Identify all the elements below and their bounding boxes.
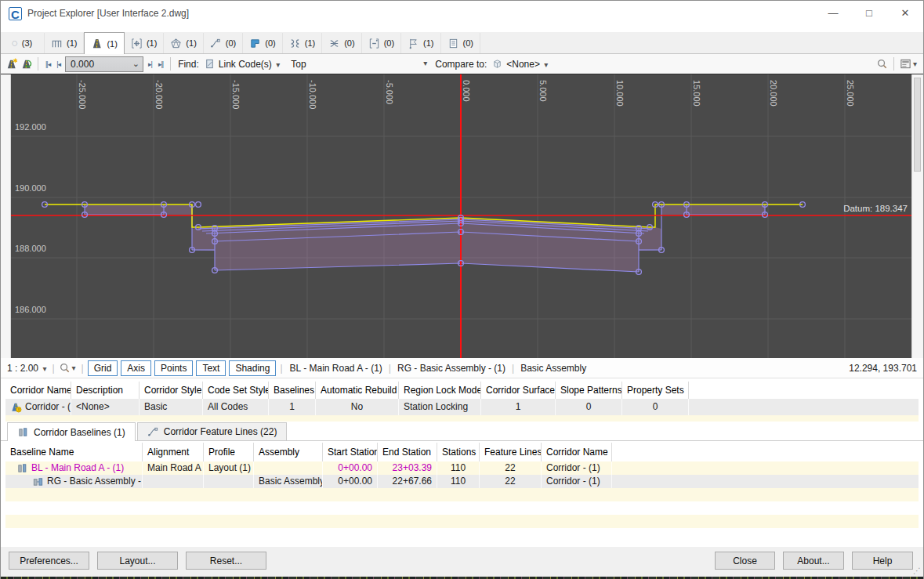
station-combobox[interactable]: 0.000 ⌄ — [65, 56, 143, 72]
svg-text:-15.000: -15.000 — [231, 80, 241, 109]
sample-line-icon — [408, 37, 419, 49]
tab-target[interactable]: (1) — [125, 33, 164, 53]
view-toolbar: ✱ ||◂ |◂ 0.000 ⌄ ▸| ▸|| Find: Link Code(… — [1, 54, 923, 74]
baseline-cell: Corridor - (1) — [542, 475, 612, 488]
column-header[interactable]: Property Sets — [622, 382, 689, 399]
toggle-shading[interactable]: Shading — [229, 360, 276, 376]
baseline-row[interactable]: RG - Basic Assembly - (1)Basic Assembly0… — [5, 475, 919, 488]
breadcrumb-item[interactable]: Basic Assembly — [517, 363, 589, 374]
tab-count: (0) — [344, 38, 354, 48]
link-code-dropdown[interactable]: Link Code(s) ▾ — [219, 59, 281, 70]
column-header[interactable]: Start Station — [323, 443, 378, 461]
magnifier-icon — [59, 362, 71, 374]
compare-to-dropdown[interactable]: <None> ▾ — [506, 59, 549, 70]
toggle-grid[interactable]: Grid — [88, 360, 118, 376]
app-icon: C — [9, 7, 22, 20]
minimize-button[interactable]: — — [815, 1, 851, 26]
column-header[interactable]: Slope Patterns — [556, 382, 622, 399]
column-header[interactable]: Region Lock Mode — [399, 382, 481, 399]
new-view-icon[interactable]: ✱ — [5, 58, 17, 70]
svg-text:✱: ✱ — [13, 58, 17, 64]
column-header[interactable]: Corridor Name — [542, 443, 612, 461]
next-station-button[interactable]: ▸| — [147, 60, 154, 68]
target-icon — [131, 37, 143, 49]
tab-report[interactable]: (0) — [441, 33, 480, 53]
toggle-points[interactable]: Points — [154, 360, 193, 376]
breadcrumb-item[interactable]: RG - Basic Assembly - (1) — [394, 363, 509, 374]
toggle-text[interactable]: Text — [196, 360, 226, 376]
column-header[interactable]: Description — [71, 382, 140, 399]
feature-line-icon — [210, 37, 222, 49]
chevron-down-icon: ▾ — [71, 364, 78, 372]
column-header[interactable]: Stations — [437, 443, 480, 461]
zoom-dropdown[interactable]: ▾ — [59, 362, 78, 374]
corridor-table-row[interactable]: !Corridor - (1)<None>BasicAll Codes1NoSt… — [5, 399, 919, 415]
chevron-down-icon: ▾ — [911, 60, 919, 68]
about-button[interactable]: About... — [783, 552, 844, 570]
column-header[interactable]: Corridor Name — [5, 382, 71, 399]
view-options-dropdown[interactable]: ▾ — [900, 58, 919, 70]
tab-corridor[interactable]: (1) — [84, 32, 124, 54]
maximize-button[interactable]: □ — [851, 1, 887, 26]
column-header[interactable]: Profile — [204, 443, 254, 461]
tab-corridor-baselines-1-[interactable]: Corridor Baselines (1) — [7, 422, 136, 441]
pressure-network-icon — [328, 37, 340, 49]
help-button[interactable]: Help — [852, 552, 913, 570]
column-header[interactable]: Automatic Rebuild — [316, 382, 399, 399]
breadcrumb-item[interactable]: BL - Main Road A - (1) — [287, 363, 386, 374]
corridor-cell: No — [316, 399, 399, 415]
chevron-down-icon: ⌄ — [132, 59, 140, 69]
code-filter-combobox[interactable]: Top ▾ — [284, 56, 430, 72]
cursor-coordinates: 12.294, 193.701 — [849, 363, 917, 374]
search-icon[interactable] — [876, 58, 888, 70]
reset-button[interactable]: Reset... — [186, 552, 266, 570]
resize-grip[interactable]: ⋰ — [913, 566, 921, 575]
viewport-scrollbar[interactable] — [911, 74, 923, 358]
baseline-icon — [16, 461, 28, 475]
tab-sample-line[interactable]: (1) — [401, 33, 440, 53]
column-header[interactable]: Code Set Style — [203, 382, 269, 399]
layout-button[interactable]: Layout... — [97, 552, 178, 570]
feature-lines-tab-icon — [147, 425, 159, 437]
last-station-button[interactable]: ▸|| — [157, 60, 165, 68]
scale-dropdown[interactable]: 1 : 2.00 ▾ — [7, 363, 48, 374]
baseline-cell: Corridor - (1) — [542, 461, 612, 475]
column-header[interactable]: Assembly — [254, 443, 323, 461]
baseline-row[interactable]: BL - Main Road A - (1)Main Road ALayout … — [5, 461, 919, 475]
column-header[interactable]: Baselines — [269, 382, 316, 399]
preferences-button[interactable]: Preferences... — [9, 552, 89, 570]
tab-profile[interactable]: (0) — [362, 33, 401, 53]
tab-feature-line[interactable]: (0) — [204, 33, 243, 53]
close-button[interactable]: Close — [715, 552, 775, 570]
previous-station-button[interactable]: |◂ — [55, 60, 62, 68]
baseline-cell: 22+67.66 — [378, 475, 437, 488]
chevron-down-icon: ▾ — [423, 59, 427, 67]
corridor-cell: Basic — [140, 399, 203, 415]
column-header[interactable]: Baseline Name — [5, 443, 143, 461]
column-header[interactable]: End Station — [378, 443, 437, 461]
tab-intersection[interactable]: (0) — [243, 33, 282, 53]
tab-surface[interactable]: (1) — [164, 33, 203, 53]
refresh-view-icon[interactable] — [20, 58, 32, 70]
column-header[interactable]: Alignment — [143, 443, 204, 461]
baseline-cell — [204, 475, 254, 488]
close-button[interactable]: ✕ — [887, 1, 923, 26]
column-header[interactable]: Feature Lines — [480, 443, 542, 461]
column-header[interactable]: Corridor Style — [140, 382, 203, 399]
tab-assembly[interactable]: (1) — [45, 33, 84, 53]
section-viewport[interactable]: -25.000-20.000-15.000-10.000-5.0000.0005… — [1, 74, 923, 358]
toggle-axis[interactable]: Axis — [121, 360, 151, 376]
column-header[interactable]: Corridor Surfaces — [481, 382, 556, 399]
alignment-icon: ◌ — [12, 38, 18, 49]
baselines-tab-icon — [17, 426, 29, 438]
tab-pressure-network[interactable]: (0) — [322, 33, 361, 53]
baseline-cell: RG - Basic Assembly - (1) — [5, 475, 143, 488]
svg-text:25.000: 25.000 — [846, 80, 855, 107]
surface-icon — [170, 37, 182, 49]
svg-text:-20.000: -20.000 — [154, 80, 164, 109]
first-station-button[interactable]: ||◂ — [44, 60, 52, 68]
tab-alignment[interactable]: ◌(3) — [5, 33, 45, 53]
pipe-network-icon — [289, 37, 301, 49]
tab-corridor-feature-lines-22-[interactable]: Corridor Feature Lines (22) — [137, 422, 288, 440]
tab-pipe-network[interactable]: (1) — [283, 33, 322, 53]
